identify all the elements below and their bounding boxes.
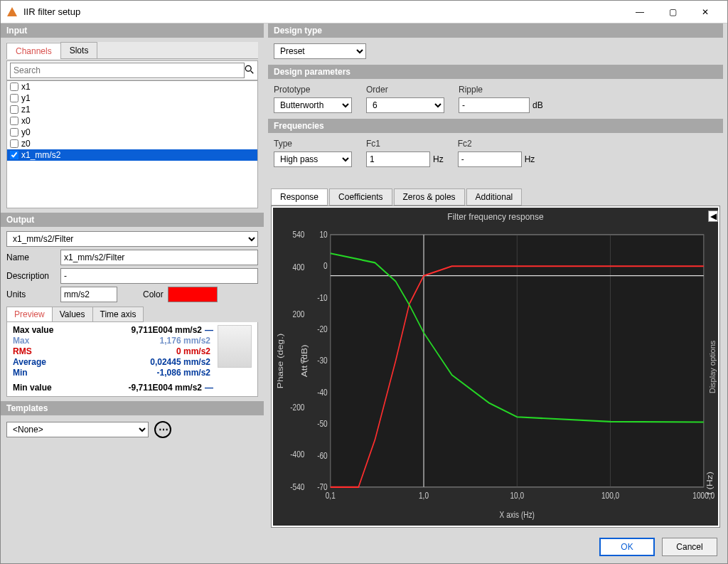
output-header: Output: [1, 213, 264, 227]
channel-label: y0: [21, 127, 31, 137]
templates-header: Templates: [1, 401, 264, 415]
channel-checkbox[interactable]: [10, 105, 18, 114]
channel-row[interactable]: z0: [7, 138, 257, 149]
ok-button[interactable]: OK: [599, 538, 655, 556]
description-label: Description: [6, 271, 56, 281]
name-input[interactable]: [60, 250, 258, 265]
channel-label: x1_mm/s2: [21, 150, 60, 160]
channel-checkbox[interactable]: [10, 128, 18, 137]
templates-more-button[interactable]: ⋯: [154, 421, 171, 438]
chart-canvas[interactable]: Filter frequency response ◀ Display opti…: [273, 208, 718, 526]
stat-minvalue-label: Min value: [13, 383, 77, 393]
design-params-panel: Prototype Butterworth Order 6 Ripple dB: [268, 79, 723, 119]
fc2-unit: Hz: [525, 154, 535, 164]
svg-line-2: [251, 70, 254, 73]
fc1-input[interactable]: [366, 151, 430, 167]
order-select[interactable]: 6: [366, 97, 444, 113]
maximize-button[interactable]: ▢: [656, 1, 689, 23]
tab-zeros-poles[interactable]: Zeros & poles: [394, 188, 465, 206]
svg-text:-40: -40: [317, 386, 328, 398]
svg-text:0: 0: [323, 260, 328, 272]
ripple-label: Ripple: [459, 85, 543, 95]
stat-minvalue: -9,711E004 mm/s2: [77, 383, 205, 393]
display-options-label[interactable]: Display options: [708, 340, 717, 393]
tab-channels[interactable]: Channels: [6, 43, 61, 59]
close-button[interactable]: ✕: [689, 1, 722, 23]
search-icon[interactable]: [245, 65, 255, 77]
minimize-button[interactable]: —: [623, 1, 656, 23]
prototype-select[interactable]: Butterworth: [274, 97, 352, 113]
svg-text:f (Hz): f (Hz): [706, 472, 714, 495]
svg-text:-10: -10: [317, 292, 328, 303]
svg-text:-70: -70: [317, 481, 328, 492]
svg-text:1,0: 1,0: [419, 490, 429, 501]
channel-label: x1: [21, 82, 31, 92]
channel-checkbox[interactable]: [10, 117, 18, 125]
svg-text:400: 400: [293, 262, 305, 273]
tab-time-axis[interactable]: Time axis: [92, 307, 144, 322]
freq-type-label: Type: [274, 139, 352, 149]
graph-area: Response Coefficients Zeros & poles Addi…: [268, 186, 723, 531]
channel-list[interactable]: x1y1z1x0y0z0x1_mm/s2: [6, 80, 258, 208]
preview-sparkline: [218, 325, 252, 368]
fc1-label: Fc1: [366, 139, 444, 149]
channel-row[interactable]: y0: [7, 127, 257, 138]
prototype-label: Prototype: [274, 85, 352, 95]
units-input[interactable]: [60, 287, 117, 302]
svg-text:200: 200: [293, 308, 305, 319]
ripple-input[interactable]: [459, 97, 530, 113]
output-select[interactable]: x1_mm/s2/Filter: [6, 231, 258, 247]
channel-checkbox[interactable]: [10, 94, 18, 102]
channel-row[interactable]: z1: [7, 104, 257, 115]
fc2-input[interactable]: [458, 151, 522, 167]
tab-values[interactable]: Values: [52, 307, 93, 322]
stat-max: 1,176 mm/s2: [77, 336, 213, 346]
svg-text:-60: -60: [317, 449, 328, 461]
channel-label: z0: [21, 139, 31, 149]
tab-additional[interactable]: Additional: [466, 188, 523, 206]
channel-row[interactable]: x1: [7, 81, 257, 92]
design-type-panel: Preset: [268, 38, 723, 65]
color-swatch[interactable]: [168, 287, 218, 302]
channel-checkbox[interactable]: [10, 151, 18, 159]
search-row: [6, 60, 258, 80]
svg-text:-20: -20: [317, 324, 328, 335]
input-panel: Channels Slots x1y1z1x0y0z0x1_mm/s2: [1, 38, 264, 213]
channel-row[interactable]: y1: [7, 92, 257, 104]
right-column: Design type Preset Design parameters Pro…: [268, 23, 727, 531]
app-icon: [6, 6, 18, 18]
search-input[interactable]: [10, 63, 245, 78]
tab-coefficients[interactable]: Coefficients: [329, 188, 392, 206]
stat-avg-label: Average: [13, 357, 77, 368]
stat-min: -1,086 mm/s2: [77, 368, 213, 378]
channel-checkbox[interactable]: [10, 83, 18, 91]
frequencies-panel: Type High pass Fc1 Hz Fc2 Hz: [268, 133, 723, 173]
description-input[interactable]: [60, 268, 258, 284]
svg-text:540: 540: [293, 229, 305, 240]
svg-text:100,0: 100,0: [601, 490, 620, 501]
cancel-button[interactable]: Cancel: [662, 538, 717, 556]
channel-row[interactable]: x1_mm/s2: [7, 149, 257, 161]
templates-select[interactable]: <None>: [6, 422, 149, 437]
titlebar: IIR filter setup — ▢ ✕: [1, 1, 727, 23]
left-column: Input Channels Slots x1y1z1x0y0z0x1_mm/s…: [1, 23, 264, 531]
channel-row[interactable]: x0: [7, 115, 257, 127]
freq-type-select[interactable]: High pass: [274, 151, 352, 167]
dialog-footer: OK Cancel: [1, 531, 727, 563]
fc2-label: Fc2: [458, 139, 535, 149]
svg-text:Phase (deg.): Phase (deg.): [277, 334, 285, 389]
tab-slots[interactable]: Slots: [60, 42, 98, 58]
tab-preview[interactable]: Preview: [6, 307, 53, 322]
stat-maxvalue-label: Max value: [13, 325, 77, 336]
tab-response[interactable]: Response: [271, 188, 328, 206]
input-tabs: Channels Slots: [6, 42, 258, 59]
channel-checkbox[interactable]: [10, 139, 18, 148]
output-panel: x1_mm/s2/Filter Name Description Units C…: [1, 227, 264, 401]
design-type-select[interactable]: Preset: [274, 43, 366, 59]
svg-text:-30: -30: [317, 355, 328, 366]
order-label: Order: [366, 85, 444, 95]
stat-rms-label: RMS: [13, 346, 77, 357]
channel-label: y1: [21, 93, 31, 103]
svg-text:-540: -540: [290, 481, 304, 492]
chart-side-tab[interactable]: ◀: [708, 211, 718, 222]
